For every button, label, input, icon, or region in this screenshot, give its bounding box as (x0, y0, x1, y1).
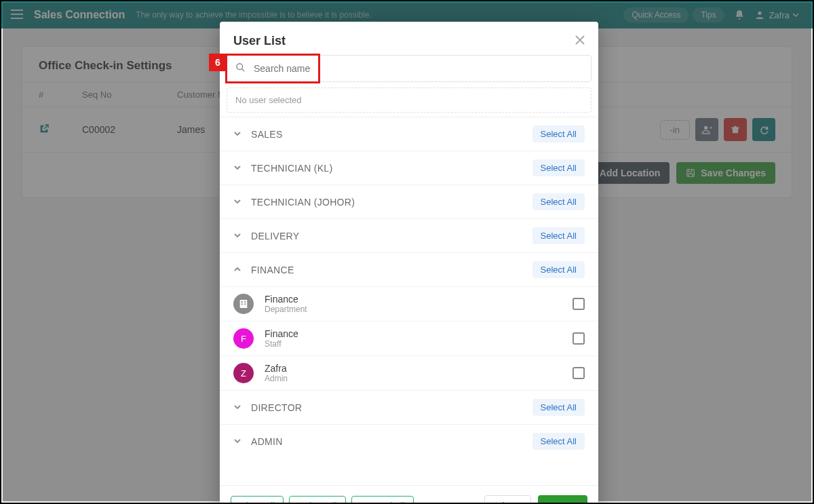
avatar: Z (233, 363, 254, 383)
group-select-all[interactable]: Select All (532, 399, 585, 416)
chevron-down-icon (233, 196, 241, 208)
user-checkbox[interactable] (573, 367, 585, 379)
user-checkbox[interactable] (573, 332, 585, 345)
user-row[interactable]: Finance Department (220, 286, 598, 321)
group-label: TECHNICIAN (JOHOR) (251, 197, 532, 208)
building-icon (233, 294, 254, 314)
close-icon[interactable] (575, 35, 585, 47)
group-row[interactable]: SALES Select All (220, 117, 598, 151)
group-list: SALES Select All TECHNICIAN (KL) Select … (220, 117, 598, 458)
user-checkbox[interactable] (573, 298, 585, 310)
chevron-up-icon (233, 264, 241, 276)
chevron-down-icon (233, 162, 241, 174)
avatar: F (233, 328, 254, 349)
group-label: DELIVERY (251, 231, 532, 241)
svg-rect-6 (244, 301, 246, 303)
group-row[interactable]: TECHNICIAN (KL) Select All (220, 151, 598, 185)
group-label: FINANCE (251, 265, 532, 275)
user-name: Zafra (265, 363, 288, 374)
group-select-all[interactable]: Select All (532, 433, 585, 450)
chevron-down-icon (233, 128, 241, 140)
svg-point-3 (237, 63, 243, 69)
search-box[interactable] (227, 55, 592, 82)
chevron-down-icon (233, 435, 241, 448)
group-row[interactable]: TECHNICIAN (JOHOR) Select All (220, 185, 598, 218)
selection-summary: No user selected (227, 88, 592, 113)
group-label: DIRECTOR (251, 402, 532, 413)
group-row[interactable]: DELIVERY Select All (220, 218, 598, 252)
callout-badge: 6 (209, 54, 227, 71)
chevron-down-icon (233, 402, 241, 414)
chevron-down-icon (233, 230, 241, 242)
user-name: Finance (265, 294, 307, 305)
group-row[interactable]: DIRECTOR Select All (220, 390, 598, 424)
user-row[interactable]: Z Zafra Admin (220, 355, 598, 390)
user-role: Department (265, 305, 307, 314)
group-select-all[interactable]: Select All (532, 227, 585, 244)
user-list-modal: User List 6 No user selected SALES Selec… (220, 22, 598, 504)
group-label: SALES (251, 129, 532, 140)
search-input[interactable] (254, 63, 583, 74)
user-row[interactable]: F Finance Staff (220, 321, 598, 355)
group-select-all[interactable]: Select All (532, 125, 585, 142)
group-select-all[interactable]: Select All (532, 193, 585, 210)
group-label: TECHNICIAN (KL) (251, 163, 532, 174)
group-select-all[interactable]: Select All (532, 159, 585, 176)
group-row[interactable]: ADMIN Select All (220, 424, 598, 458)
group-row[interactable]: FINANCE Select All (220, 252, 598, 286)
modal-title: User List (233, 34, 575, 48)
svg-rect-4 (240, 300, 248, 308)
group-select-all[interactable]: Select All (532, 261, 585, 278)
user-name: Finance (265, 328, 298, 339)
svg-rect-7 (241, 303, 243, 305)
search-icon (235, 62, 254, 75)
svg-rect-5 (241, 301, 243, 303)
user-role: Staff (265, 339, 298, 349)
user-role: Admin (265, 374, 288, 383)
group-label: ADMIN (251, 436, 532, 447)
svg-rect-8 (244, 303, 246, 305)
